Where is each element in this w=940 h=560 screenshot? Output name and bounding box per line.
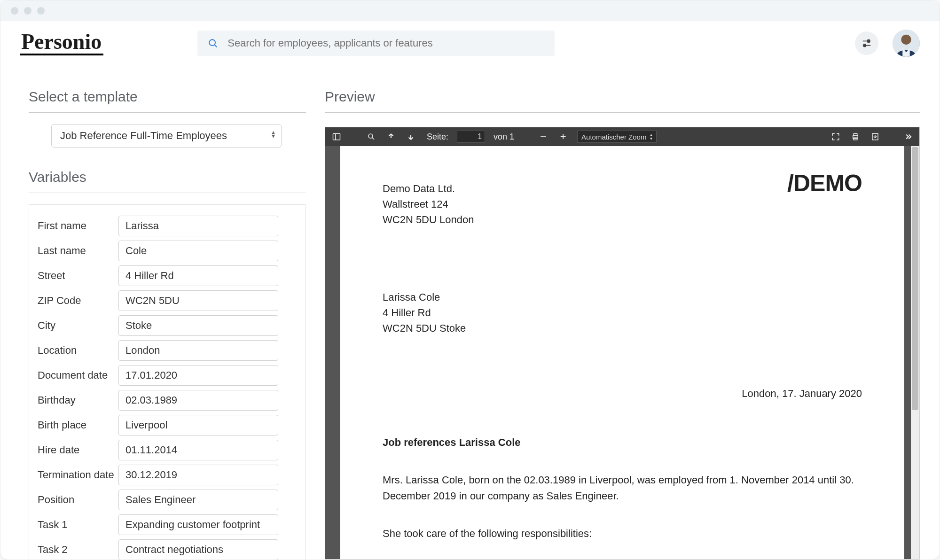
pdf-page: /DEMO Demo Data Ltd. Wallstreet 124 WC2N… [340, 146, 904, 559]
zoom-select-value: Automatischer Zoom [581, 133, 646, 141]
variable-input[interactable] [118, 290, 278, 311]
variable-label: Street [29, 270, 118, 282]
presentation-icon[interactable] [830, 131, 841, 142]
variable-row: Position [29, 487, 306, 512]
window-max-dot[interactable] [37, 7, 45, 15]
variable-input[interactable] [118, 465, 278, 485]
recipient-line: WC2N 5DU Stoke [383, 320, 862, 336]
variable-input[interactable] [118, 415, 278, 436]
pdf-page-area[interactable]: /DEMO Demo Data Ltd. Wallstreet 124 WC2N… [325, 146, 919, 559]
variable-input[interactable] [118, 265, 278, 286]
settings-button[interactable] [855, 31, 878, 55]
variable-row: Hire date [29, 437, 306, 462]
variable-input[interactable] [118, 315, 278, 336]
variable-input[interactable] [118, 440, 278, 460]
pdf-scrollbar[interactable] [911, 146, 919, 559]
variable-label: Document date [29, 369, 118, 381]
variable-row: Document date [29, 363, 306, 388]
select-template-heading: Select a template [29, 89, 306, 105]
page-label: Seite: [427, 132, 448, 142]
variable-label: Birth place [29, 419, 118, 431]
app-window: Personio Select a template [0, 0, 940, 560]
variable-input[interactable] [118, 514, 278, 535]
right-panel: Preview Seite: [325, 65, 920, 560]
left-panel: Select a template Job Reference Full-Tim… [29, 65, 325, 560]
window-min-dot[interactable] [24, 7, 31, 15]
prev-page-icon[interactable] [385, 131, 397, 142]
divider [29, 193, 306, 193]
global-search[interactable] [197, 31, 555, 56]
svg-line-11 [372, 138, 374, 140]
variable-input[interactable] [118, 365, 278, 386]
find-icon[interactable] [366, 131, 377, 142]
variable-row: Birth place [29, 412, 306, 437]
demo-watermark: /DEMO [787, 170, 862, 197]
variable-label: Position [29, 494, 118, 506]
variable-label: Termination date [29, 469, 118, 481]
variable-row: Street [29, 263, 306, 288]
variable-input[interactable] [118, 539, 278, 560]
next-page-icon[interactable] [405, 131, 416, 142]
print-icon[interactable] [850, 131, 861, 142]
window-controls [11, 7, 45, 15]
recipient-block: Larissa Cole 4 Hiller Rd WC2N 5DU Stoke [383, 289, 862, 336]
company-line: WC2N 5DU London [383, 212, 862, 227]
zoom-select[interactable]: Automatischer Zoom ▴▾ [577, 131, 657, 143]
download-icon[interactable] [870, 131, 881, 142]
variable-input[interactable] [118, 390, 278, 411]
more-tools-icon[interactable] [902, 131, 914, 142]
svg-point-7 [901, 35, 911, 45]
variable-input[interactable] [118, 216, 278, 236]
company-line: Wallstreet 124 [383, 196, 862, 212]
variable-row: Termination date [29, 462, 306, 487]
svg-point-0 [209, 39, 215, 46]
sidebar-toggle-icon[interactable] [331, 131, 342, 142]
chevron-updown-icon: ▴▾ [650, 133, 652, 140]
variables-heading: Variables [29, 169, 306, 185]
select-caret-icon: ▴▾ [272, 132, 275, 140]
page-total-label: von 1 [494, 132, 514, 142]
template-select[interactable]: Job Reference Full-Time Employees ▴▾ [51, 124, 282, 148]
recipient-line: Larissa Cole [383, 289, 862, 305]
variable-row: City [29, 313, 306, 338]
pdf-viewer: Seite: von 1 − + Automatischer Zoom ▴▾ [325, 127, 920, 560]
variable-label: Task 2 [29, 544, 118, 556]
template-select-value: Job Reference Full-Time Employees [60, 130, 227, 142]
user-avatar[interactable] [893, 30, 920, 57]
zoom-in-icon[interactable]: + [557, 131, 569, 142]
sliders-icon [862, 38, 872, 48]
variable-row: Location [29, 338, 306, 363]
svg-rect-5 [864, 44, 866, 47]
page-number-input[interactable] [457, 131, 485, 143]
window-close-dot[interactable] [11, 7, 18, 15]
body-paragraph: Mrs. Larissa Cole, born on the 02.03.198… [383, 472, 862, 504]
variable-row: Task 1 [29, 512, 306, 537]
svg-point-10 [368, 134, 373, 138]
pdf-toolbar: Seite: von 1 − + Automatischer Zoom ▴▾ [325, 127, 919, 146]
variable-row: Birthday [29, 388, 306, 412]
recipient-line: 4 Hiller Rd [383, 305, 862, 320]
variable-label: Birthday [29, 394, 118, 406]
variable-row: Last name [29, 238, 306, 263]
top-bar: Personio [0, 21, 940, 65]
variable-row: ZIP Code [29, 288, 306, 313]
svg-line-1 [215, 45, 217, 47]
brand-logo[interactable]: Personio [20, 31, 103, 55]
preview-heading: Preview [325, 89, 920, 105]
zoom-out-icon[interactable]: − [538, 131, 549, 142]
variables-card: First nameLast nameStreetZIP CodeCityLoc… [29, 204, 306, 560]
scrollbar-thumb[interactable] [912, 147, 918, 410]
search-input[interactable] [227, 37, 544, 50]
variable-label: First name [29, 220, 118, 232]
variable-label: City [29, 319, 118, 332]
dateline: London, 17. January 2020 [383, 388, 862, 400]
variable-label: Task 1 [29, 519, 118, 531]
variable-label: Hire date [29, 444, 118, 456]
variable-input[interactable] [118, 490, 278, 510]
variable-row: First name [29, 213, 306, 238]
document-subject: Job references Larissa Cole [383, 436, 862, 449]
variable-input[interactable] [118, 241, 278, 261]
divider [29, 112, 306, 113]
svg-rect-3 [868, 40, 870, 43]
variable-input[interactable] [118, 340, 278, 361]
